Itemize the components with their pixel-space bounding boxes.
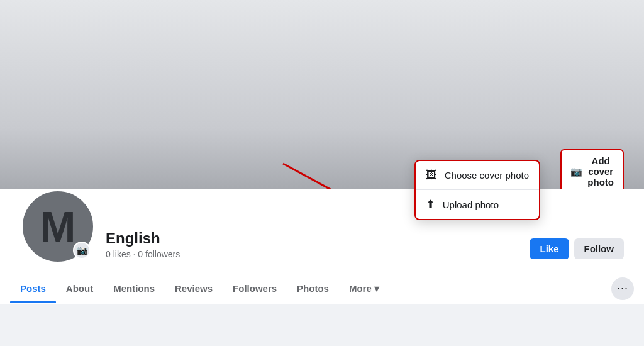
cover-photo-dropdown: 🖼 Choose cover photo ⬆ Upload photo bbox=[414, 160, 540, 220]
camera-icon: 📷 bbox=[570, 166, 582, 177]
avatar-camera-icon: 📷 bbox=[77, 245, 87, 255]
tab-about[interactable]: About bbox=[56, 274, 103, 303]
more-options-button[interactable]: ··· bbox=[611, 277, 634, 300]
cover-photo-area: 📷 Add cover photo 🖼 Choose cover photo ⬆… bbox=[0, 0, 644, 214]
tab-posts[interactable]: Posts bbox=[10, 274, 56, 303]
choose-cover-photo-item[interactable]: 🖼 Choose cover photo bbox=[416, 161, 539, 190]
tab-photos[interactable]: Photos bbox=[287, 274, 339, 303]
profile-section: M 📷 English 0 likes · 0 followers Like F… bbox=[0, 189, 644, 272]
add-cover-photo-label: Add cover photo bbox=[587, 155, 614, 187]
like-button[interactable]: Like bbox=[530, 238, 569, 259]
avatar-camera-button[interactable]: 📷 bbox=[73, 242, 91, 259]
tab-more[interactable]: More ▾ bbox=[339, 274, 389, 303]
choose-cover-label: Choose cover photo bbox=[445, 170, 529, 181]
upload-icon: ⬆ bbox=[426, 198, 435, 211]
avatar: M 📷 bbox=[20, 189, 96, 264]
choose-cover-icon: 🖼 bbox=[426, 169, 437, 182]
tab-reviews[interactable]: Reviews bbox=[165, 274, 223, 303]
profile-actions: Like Follow bbox=[530, 238, 624, 264]
tab-followers[interactable]: Followers bbox=[223, 274, 287, 303]
page-wrapper: 📷 Add cover photo 🖼 Choose cover photo ⬆… bbox=[0, 0, 644, 346]
follow-button[interactable]: Follow bbox=[574, 238, 625, 259]
profile-name: English bbox=[106, 230, 519, 248]
tab-mentions[interactable]: Mentions bbox=[103, 274, 165, 303]
add-cover-photo-button[interactable]: 📷 Add cover photo bbox=[560, 149, 624, 194]
profile-text: English 0 likes · 0 followers bbox=[106, 230, 519, 264]
nav-tabs: Posts About Mentions Reviews Followers P… bbox=[0, 272, 644, 304]
upload-photo-item[interactable]: ⬆ Upload photo bbox=[416, 190, 539, 219]
upload-photo-label: Upload photo bbox=[443, 199, 499, 210]
profile-stats: 0 likes · 0 followers bbox=[106, 249, 519, 259]
profile-info-row: M 📷 English 0 likes · 0 followers Like F… bbox=[10, 189, 634, 272]
avatar-letter: M bbox=[40, 202, 76, 251]
